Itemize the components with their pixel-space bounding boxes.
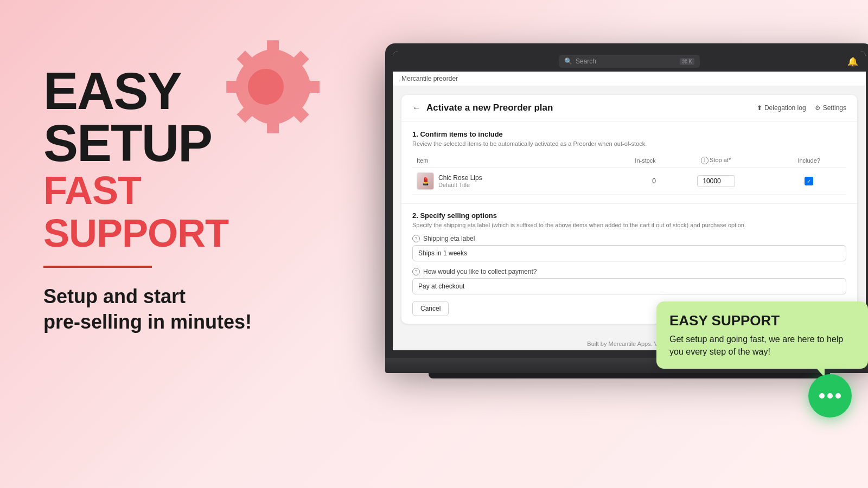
chat-dot-2 bbox=[827, 393, 833, 399]
top-bar: 🔍 Search ⌘ K 🔔 bbox=[393, 51, 866, 72]
section-2-subtitle: Specify the shipping eta label (which is… bbox=[412, 222, 846, 228]
item-variant: Default Title bbox=[438, 182, 482, 188]
item-thumbnail: 💄 bbox=[417, 172, 434, 190]
section-2-title: 2. Specify selling options bbox=[412, 211, 846, 220]
chat-dots bbox=[819, 393, 841, 399]
main-card: ← Activate a new Preorder plan ⬆ Delegat… bbox=[401, 95, 857, 324]
col-instock: In-stock bbox=[590, 153, 660, 168]
subtext: Setup and startpre-selling in minutes! bbox=[43, 284, 304, 335]
chat-button[interactable] bbox=[808, 374, 852, 418]
table-row: 💄 Chic Rose Lips Default Title 0 bbox=[412, 168, 846, 195]
delegation-icon: ⬆ bbox=[757, 104, 762, 112]
delegation-log-button[interactable]: ⬆ Delegation log bbox=[757, 104, 806, 112]
settings-label: Settings bbox=[823, 104, 846, 112]
cancel-button[interactable]: Cancel bbox=[412, 301, 449, 316]
bubble-text: Get setup and going fast, we are here to… bbox=[669, 333, 855, 358]
laptop: 🔍 Search ⌘ K 🔔 Mercantile preorder bbox=[385, 43, 868, 434]
section-1: 1. Confirm items to include Review the s… bbox=[401, 121, 857, 204]
gear-icon bbox=[206, 27, 326, 146]
chat-dot-3 bbox=[835, 393, 841, 399]
chat-dot-1 bbox=[819, 393, 825, 399]
bell-icon[interactable]: 🔔 bbox=[847, 56, 858, 67]
shipping-input[interactable] bbox=[412, 245, 846, 261]
shipping-label: ? Shipping eta label bbox=[412, 235, 846, 242]
settings-icon: ⚙ bbox=[815, 104, 821, 112]
search-bar[interactable]: 🔍 Search ⌘ K bbox=[559, 55, 700, 68]
col-include: Include? bbox=[771, 153, 846, 168]
settings-button[interactable]: ⚙ Settings bbox=[815, 104, 846, 112]
search-shortcut: ⌘ K bbox=[680, 58, 694, 65]
app-content: ← Activate a new Preorder plan ⬆ Delegat… bbox=[393, 86, 866, 337]
page-title: Activate a new Preorder plan bbox=[426, 102, 751, 113]
payment-help-icon: ? bbox=[412, 268, 420, 275]
laptop-base-bottom bbox=[429, 373, 830, 378]
delegation-log-label: Delegation log bbox=[764, 104, 806, 112]
breadcrumb-text[interactable]: Mercantile preorder bbox=[401, 75, 458, 82]
divider bbox=[43, 266, 152, 268]
include-cell[interactable]: ✓ bbox=[771, 168, 846, 195]
instock-value: 0 bbox=[590, 168, 660, 195]
back-button[interactable]: ← bbox=[412, 103, 421, 113]
breadcrumb: Mercantile preorder bbox=[393, 72, 866, 86]
stopat-info-icon: i bbox=[701, 157, 709, 164]
col-item: Item bbox=[412, 153, 590, 168]
payment-label: ? How would you like to collect payment? bbox=[412, 268, 846, 275]
col-stopat: iStop at* bbox=[660, 153, 771, 168]
header-actions: ⬆ Delegation log ⚙ Settings bbox=[757, 104, 846, 112]
include-checkbox[interactable]: ✓ bbox=[805, 177, 813, 185]
items-table: Item In-stock iStop at* Include? bbox=[412, 153, 846, 195]
card-header: ← Activate a new Preorder plan ⬆ Delegat… bbox=[401, 95, 857, 121]
section-1-subtitle: Review the selected items to be automati… bbox=[412, 140, 846, 147]
support-bubble: EASY SUPPORT Get setup and going fast, w… bbox=[656, 301, 868, 369]
shipping-help-icon: ? bbox=[412, 235, 420, 242]
bubble-title: EASY SUPPORT bbox=[669, 312, 855, 329]
payment-input[interactable] bbox=[412, 278, 846, 294]
section-1-title: 1. Confirm items to include bbox=[412, 130, 846, 138]
item-name: Chic Rose Lips bbox=[438, 174, 482, 182]
search-icon: 🔍 bbox=[564, 57, 572, 65]
search-text: Search bbox=[576, 57, 596, 65]
stopat-input[interactable] bbox=[697, 175, 735, 187]
headline-fast-support: FAST SUPPORT bbox=[43, 169, 304, 255]
item-cell: 💄 Chic Rose Lips Default Title bbox=[412, 168, 590, 195]
stopat-cell bbox=[660, 168, 771, 195]
